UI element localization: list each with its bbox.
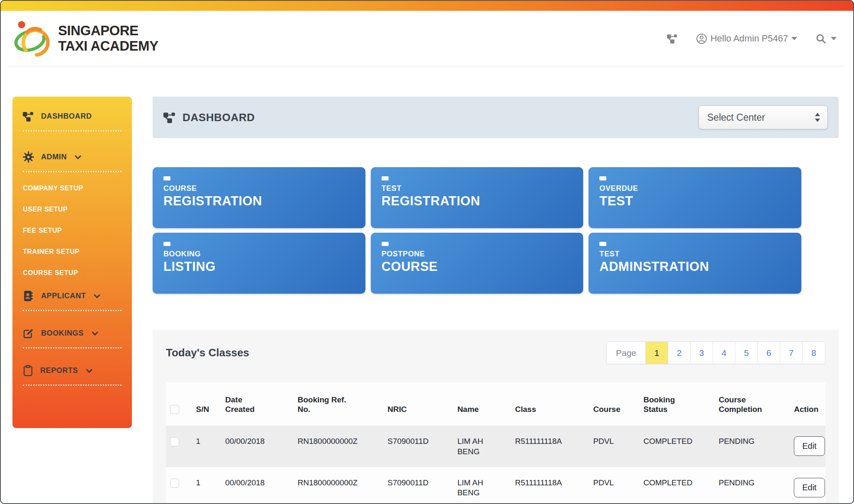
- clipboard-icon: [23, 365, 33, 376]
- chevron-down-icon: [92, 331, 98, 336]
- sidebar-item-dashboard[interactable]: DASHBOARD: [23, 111, 122, 122]
- main-panel: DASHBOARD Select Center COURSE REGISTRAT…: [153, 97, 839, 504]
- logo-line2: TAXI ACADEMY: [58, 39, 158, 54]
- chevron-down-icon: [831, 37, 837, 41]
- sidebar-item-user-setup[interactable]: USER SETUP: [23, 206, 122, 213]
- table-header-row: S/N Date Created Booking Ref. No. NRIC N…: [166, 382, 825, 426]
- cell-course: PDVL: [589, 467, 639, 504]
- admin-sub-links: COMPANY SETUP USER SETUP FEE SETUP TRAIN…: [23, 185, 122, 277]
- tile-course-registration[interactable]: COURSE REGISTRATION: [153, 167, 365, 228]
- edit-button[interactable]: Edit: [794, 478, 825, 497]
- col-header-course-completion: Course Completion: [715, 382, 790, 426]
- select-all-checkbox[interactable]: [170, 405, 179, 414]
- cell-class: R511111118A: [511, 467, 589, 504]
- sidebar-item-admin[interactable]: ADMIN: [23, 151, 122, 163]
- cell-course-completion: PENDING: [715, 426, 790, 467]
- chevron-down-icon: [791, 37, 797, 41]
- top-gradient-bar: [0, 0, 854, 11]
- page-button-2[interactable]: 2: [668, 342, 691, 364]
- cell-booking-ref: RN1800000000Z: [293, 426, 383, 467]
- app-window: SINGAPORE TAXI ACADEMY: [0, 0, 854, 504]
- dash-icon: [599, 176, 606, 180]
- page-header-bar: DASHBOARD Select Center: [153, 97, 839, 138]
- content-area: DASHBOARD: [0, 66, 854, 504]
- section-title: Today's Classes: [166, 346, 249, 359]
- col-header-class: Class: [511, 382, 589, 426]
- select-arrows-icon: [814, 112, 821, 122]
- page-title: DASHBOARD: [163, 111, 255, 124]
- app-header: SINGAPORE TAXI ACADEMY: [0, 11, 854, 66]
- cell-name: LIM AH BENG: [453, 467, 511, 504]
- dash-icon: [382, 176, 389, 180]
- row-checkbox[interactable]: [170, 437, 179, 446]
- tile-large-label: TEST: [599, 194, 791, 209]
- tile-test-registration[interactable]: TEST REGISTRATION: [371, 167, 584, 228]
- user-greeting: Hello Admin P5467: [710, 33, 788, 44]
- tile-small-label: TEST: [599, 250, 791, 258]
- sidebar-item-fee-setup[interactable]: FEE SETUP: [23, 227, 122, 234]
- user-circle-icon: [696, 33, 707, 44]
- divider: [23, 385, 122, 386]
- page-button-1[interactable]: 1: [646, 342, 668, 364]
- cell-course-completion: PENDING: [715, 467, 790, 504]
- cell-booking-ref: RN1800000000Z: [293, 467, 383, 504]
- pagination: Page 1 2 3 4 5 6 7 8: [606, 341, 825, 364]
- tile-postpone-course[interactable]: POSTPONE COURSE: [371, 233, 584, 294]
- tile-test-administration[interactable]: TEST ADMINSTRATION: [589, 233, 801, 294]
- cell-date-created: 00/00/2018: [221, 467, 293, 504]
- col-header-course: Course: [589, 382, 639, 426]
- col-header-date-created: Date Created: [221, 382, 293, 426]
- tile-small-label: BOOKING: [163, 250, 355, 258]
- sidebar-item-company-setup[interactable]: COMPANY SETUP: [23, 185, 122, 192]
- classes-table: S/N Date Created Booking Ref. No. NRIC N…: [166, 382, 825, 504]
- page-button-7[interactable]: 7: [780, 342, 803, 364]
- sitemap-icon[interactable]: [667, 33, 678, 44]
- todays-classes-panel: Today's Classes Page 1 2 3 4 5 6 7 8: [153, 330, 839, 504]
- sitemap-icon: [23, 111, 34, 122]
- page-button-4[interactable]: 4: [713, 342, 735, 364]
- page-button-8[interactable]: 8: [803, 342, 825, 364]
- page-button-5[interactable]: 5: [735, 342, 758, 364]
- tile-overdue-test[interactable]: OVERDUE TEST: [589, 167, 801, 228]
- sidebar-item-trainer-setup[interactable]: TRAINER SETUP: [23, 248, 122, 256]
- center-select[interactable]: Select Center: [698, 105, 828, 129]
- sidebar-item-label: APPLICANT: [41, 292, 86, 300]
- tile-large-label: LISTING: [163, 259, 355, 274]
- col-header-booking-status: Booking Status: [639, 382, 714, 426]
- logo-text: SINGAPORE TAXI ACADEMY: [58, 23, 158, 54]
- tile-small-label: OVERDUE: [599, 184, 791, 193]
- page-button-3[interactable]: 3: [691, 342, 713, 364]
- tile-large-label: COURSE: [382, 259, 573, 274]
- dash-icon: [382, 242, 389, 246]
- pencil-square-icon: [23, 328, 34, 339]
- row-checkbox[interactable]: [170, 479, 179, 488]
- chevron-down-icon: [75, 155, 81, 159]
- sidebar-item-reports[interactable]: REPORTS: [23, 365, 122, 376]
- cell-class: R511111118A: [511, 426, 589, 467]
- todays-classes-header: Today's Classes Page 1 2 3 4 5 6 7 8: [166, 341, 825, 364]
- sidebar-item-label: BOOKINGS: [41, 329, 84, 338]
- page-button-6[interactable]: 6: [758, 342, 780, 364]
- sidebar-item-course-setup[interactable]: COURSE SETUP: [23, 269, 122, 277]
- sidebar-item-label: DASHBOARD: [41, 112, 92, 121]
- sidebar-item-label: REPORTS: [40, 366, 78, 375]
- cell-name: LIM AH BENG: [453, 426, 511, 467]
- dash-icon: [163, 242, 170, 246]
- pagination-label: Page: [607, 342, 646, 364]
- sidebar-nav: DASHBOARD: [12, 97, 132, 428]
- col-header-booking-ref: Booking Ref. No.: [293, 382, 383, 426]
- tile-booking-listing[interactable]: BOOKING LISTING: [153, 233, 365, 294]
- tile-large-label: REGISTRATION: [382, 194, 573, 209]
- edit-button[interactable]: Edit: [794, 436, 825, 456]
- sidebar-item-applicant[interactable]: APPLICANT: [23, 290, 122, 302]
- search-menu[interactable]: [815, 33, 837, 44]
- logo[interactable]: SINGAPORE TAXI ACADEMY: [12, 19, 158, 58]
- tile-large-label: REGISTRATION: [163, 194, 355, 209]
- cell-sn: 1: [192, 426, 221, 467]
- user-menu[interactable]: Hello Admin P5467: [696, 33, 797, 44]
- tile-small-label: COURSE: [163, 184, 355, 193]
- sidebar-item-bookings[interactable]: BOOKINGS: [23, 328, 122, 339]
- header-actions: Hello Admin P5467: [667, 33, 837, 44]
- col-header-action: Action: [790, 382, 825, 426]
- cell-booking-status: COMPLETED: [639, 467, 714, 504]
